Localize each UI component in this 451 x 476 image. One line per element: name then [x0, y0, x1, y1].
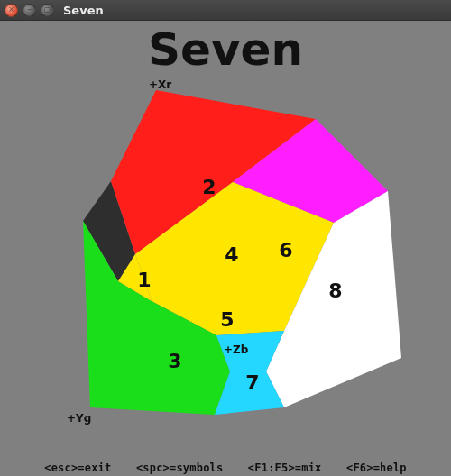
- help-mix: <F1:F5>=mix: [248, 462, 322, 474]
- minimize-icon[interactable]: ‒: [23, 4, 36, 17]
- axis-xr: +Xr: [149, 79, 171, 90]
- venn-5: 5: [216, 310, 238, 330]
- window-title: Seven: [63, 4, 104, 17]
- help-symbols: <spc>=symbols: [136, 462, 224, 474]
- venn-1: 1: [133, 270, 155, 290]
- help-exit: <esc>=exit: [44, 462, 111, 474]
- venn-6: 6: [275, 241, 297, 261]
- help-bar: <esc>=exit <spc>=symbols <F1:F5>=mix <F6…: [0, 462, 451, 476]
- window-titlebar: × ‒ ▢ Seven: [0, 0, 451, 21]
- venn-4: 4: [221, 245, 243, 265]
- maximize-icon[interactable]: ▢: [41, 4, 54, 17]
- axis-zb: +Zb: [224, 344, 248, 355]
- venn-3: 3: [164, 352, 186, 371]
- help-f6: <F6>=help: [346, 462, 407, 474]
- venn-7: 7: [242, 373, 263, 393]
- venn-8: 8: [325, 281, 346, 301]
- venn-2: 2: [198, 178, 220, 197]
- axis-yg: +Yg: [67, 413, 91, 424]
- close-icon[interactable]: ×: [5, 4, 18, 17]
- canvas: Seven +Xr +Yg +Zb 1 2 3 4 5 6 7 8 <esc>=…: [0, 20, 451, 476]
